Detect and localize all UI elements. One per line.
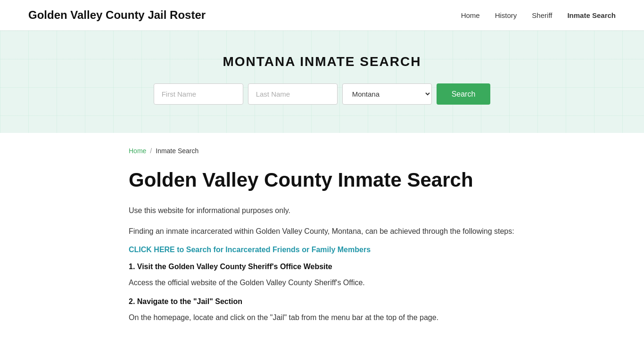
step-2-heading: 2. Navigate to the "Jail" Section [129, 297, 515, 306]
first-name-input[interactable] [154, 83, 243, 105]
site-header: Golden Valley County Jail Roster Home Hi… [0, 0, 644, 31]
site-title[interactable]: Golden Valley County Jail Roster [28, 8, 206, 22]
cta-link[interactable]: CLICK HERE to Search for Incarcerated Fr… [129, 246, 371, 254]
search-button[interactable]: Search [437, 83, 491, 105]
nav-sheriff[interactable]: Sheriff [532, 11, 552, 19]
step-1-body: Access the official website of the Golde… [129, 277, 515, 289]
breadcrumb: Home / Inmate Search [129, 147, 515, 155]
nav-inmate-search[interactable]: Inmate Search [567, 11, 616, 19]
banner-heading: MONTANA INMATE SEARCH [9, 54, 635, 69]
page-title: Golden Valley County Inmate Search [129, 169, 515, 191]
nav-history[interactable]: History [495, 11, 517, 19]
step-1-heading: 1. Visit the Golden Valley County Sherif… [129, 263, 515, 271]
main-nav: Home History Sheriff Inmate Search [461, 11, 616, 19]
breadcrumb-current: Inmate Search [156, 147, 198, 155]
inmate-search-form: MontanaAlabamaAlaskaArizonaArkansasCalif… [133, 83, 511, 105]
last-name-input[interactable] [248, 83, 338, 105]
state-select[interactable]: MontanaAlabamaAlaskaArizonaArkansasCalif… [342, 83, 432, 105]
breadcrumb-home[interactable]: Home [129, 147, 146, 155]
search-banner: MONTANA INMATE SEARCH MontanaAlabamaAlas… [0, 31, 644, 133]
breadcrumb-separator: / [150, 147, 152, 155]
intro-paragraph-1: Use this website for informational purpo… [129, 205, 515, 217]
main-content: Home / Inmate Search Golden Valley Count… [110, 133, 534, 361]
step-2-body: On the homepage, locate and click on the… [129, 312, 515, 324]
intro-paragraph-2: Finding an inmate incarcerated within Go… [129, 225, 515, 238]
nav-home[interactable]: Home [461, 11, 480, 19]
